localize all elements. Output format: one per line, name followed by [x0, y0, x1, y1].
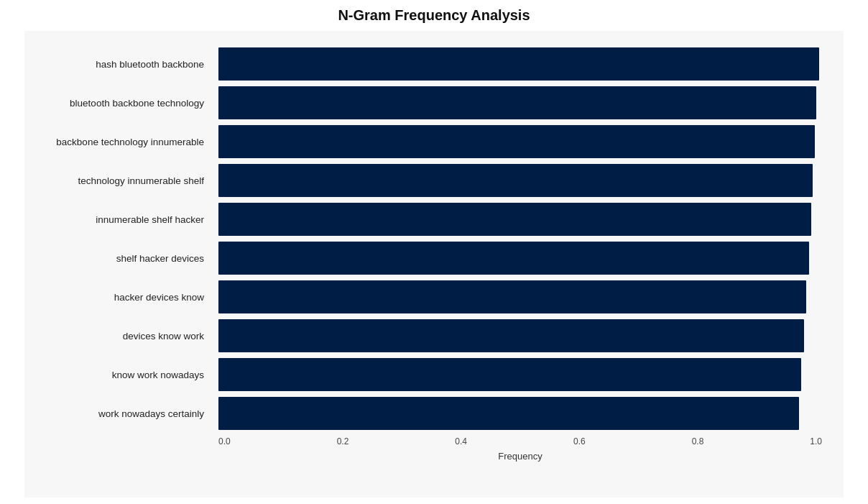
bar-label: devices know work — [24, 331, 211, 342]
bar — [218, 319, 804, 352]
x-axis: 0.00.20.40.60.81.0 — [218, 436, 822, 446]
bar-row: innumerable shelf hacker — [218, 201, 822, 238]
chart-title: N-Gram Frequency Analysis — [338, 7, 530, 24]
bar-label: innumerable shelf hacker — [24, 214, 211, 225]
bar — [218, 242, 809, 275]
bar-row: technology innumerable shelf — [218, 162, 822, 199]
bar-row: work nowadays certainly — [218, 395, 822, 432]
bar-label: shelf hacker devices — [24, 253, 211, 264]
bar — [218, 125, 815, 158]
bar-label: backbone technology innumerable — [24, 137, 211, 147]
x-tick: 0.8 — [692, 436, 704, 446]
bar-label: hacker devices know — [24, 292, 211, 303]
bar — [218, 358, 801, 391]
bar — [218, 86, 816, 119]
bars-container: hash bluetooth backbonebluetooth backbon… — [218, 45, 822, 432]
bar-label: hash bluetooth backbone — [24, 59, 211, 70]
bar-row: know work nowadays — [218, 356, 822, 393]
x-tick: 0.6 — [573, 436, 586, 446]
x-tick: 0.0 — [218, 436, 231, 446]
bar-row: hacker devices know — [218, 278, 822, 316]
bar — [218, 164, 813, 197]
bar — [218, 397, 799, 430]
bar-row: devices know work — [218, 317, 822, 354]
x-tick: 1.0 — [810, 436, 822, 446]
bar-row: backbone technology innumerable — [218, 123, 822, 160]
bar-row: hash bluetooth backbone — [218, 45, 822, 83]
bar-label: work nowadays certainly — [24, 408, 211, 419]
bar — [218, 280, 806, 313]
x-axis-label: Frequency — [218, 451, 822, 462]
x-tick: 0.4 — [455, 436, 467, 446]
x-tick: 0.2 — [337, 436, 349, 446]
chart-area: hash bluetooth backbonebluetooth backbon… — [24, 31, 844, 498]
bar-row: shelf hacker devices — [218, 239, 822, 277]
bar-label: know work nowadays — [24, 370, 211, 380]
bar — [218, 203, 811, 236]
bar-row: bluetooth backbone technology — [218, 84, 822, 122]
bar-label: technology innumerable shelf — [24, 175, 211, 186]
bar — [218, 47, 819, 81]
bar-label: bluetooth backbone technology — [24, 98, 211, 109]
